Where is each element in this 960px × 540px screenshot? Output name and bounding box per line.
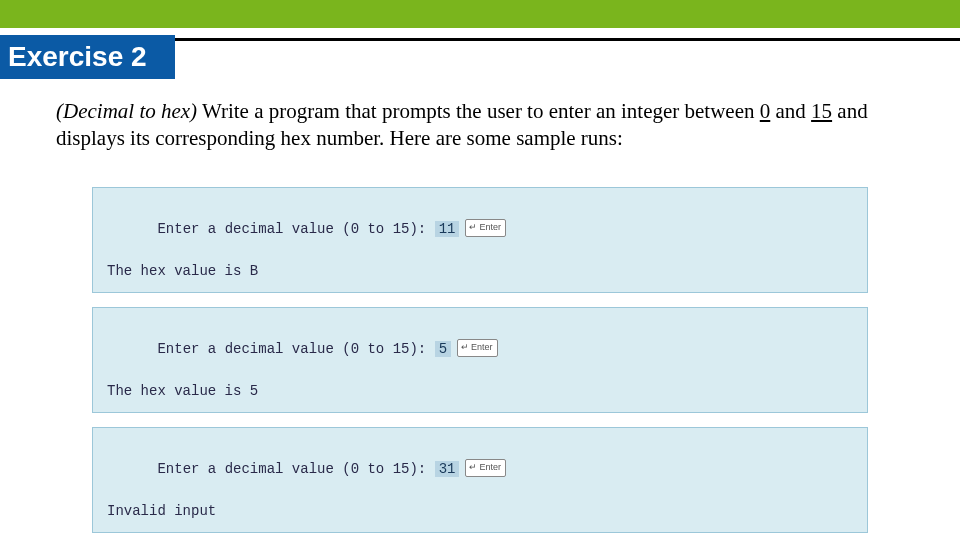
run-input: 31 — [435, 461, 460, 477]
run-input: 5 — [435, 341, 451, 357]
sample-run: Enter a decimal value (0 to 15): 5Enter … — [92, 307, 868, 413]
enter-key-icon: Enter — [465, 459, 506, 477]
run-input: 11 — [435, 221, 460, 237]
sample-runs: Enter a decimal value (0 to 15): 11Enter… — [0, 187, 960, 533]
range-low: 0 — [760, 99, 771, 123]
slide-title: Exercise 2 — [0, 35, 175, 79]
sample-run: Enter a decimal value (0 to 15): 11Enter… — [92, 187, 868, 293]
enter-key-icon: Enter — [457, 339, 498, 357]
desc-text-1: Write a program that prompts the user to… — [197, 99, 760, 123]
desc-text-2: and — [770, 99, 811, 123]
exercise-description: (Decimal to hex) Write a program that pr… — [0, 82, 960, 153]
range-high: 15 — [811, 99, 832, 123]
run-prompt: Enter a decimal value (0 to 15): — [157, 221, 434, 237]
sample-run: Enter a decimal value (0 to 15): 31Enter… — [92, 427, 868, 533]
run-prompt: Enter a decimal value (0 to 15): — [157, 341, 434, 357]
enter-key-icon: Enter — [465, 219, 506, 237]
run-prompt: Enter a decimal value (0 to 15): — [157, 461, 434, 477]
run-result: The hex value is 5 — [107, 381, 853, 402]
run-result: The hex value is B — [107, 261, 853, 282]
run-result: Invalid input — [107, 501, 853, 522]
top-accent-bar — [0, 0, 960, 28]
lead-label: (Decimal to hex) — [56, 99, 197, 123]
